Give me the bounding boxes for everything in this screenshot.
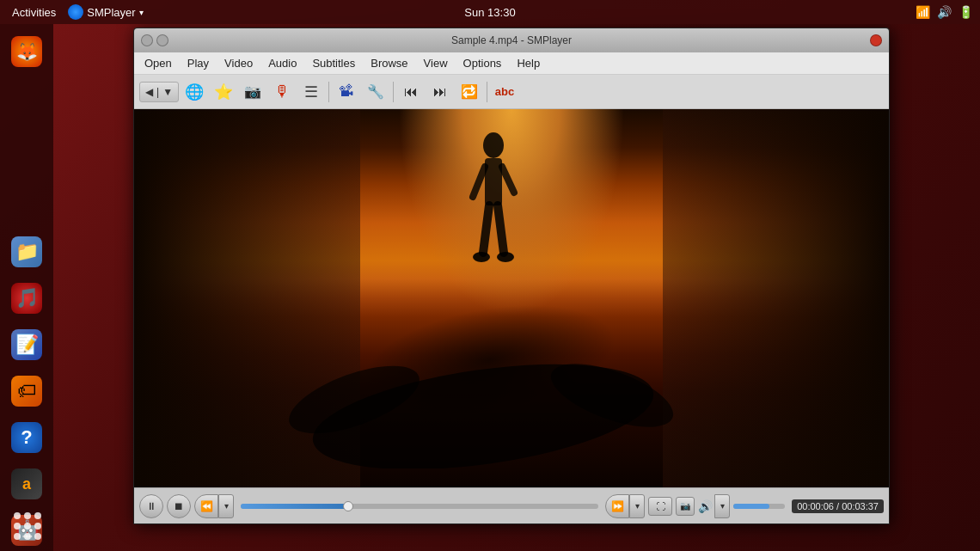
rewind-button[interactable]: ⏪ xyxy=(194,494,218,518)
forward-dropdown[interactable]: ▾ xyxy=(629,494,645,518)
fullscreen-button[interactable]: ⛶ xyxy=(648,497,672,516)
dock-item-help[interactable]: ? xyxy=(6,417,47,458)
current-time: 00:00:06 xyxy=(797,501,834,511)
toolbar: ◀ | ▼ 🌐 ⭐ 📷 🎙 ☰ 📽 � xyxy=(134,75,889,109)
seek-bar[interactable] xyxy=(241,504,598,509)
activities-button[interactable]: Activities xyxy=(7,6,61,19)
menu-play[interactable]: Play xyxy=(181,55,216,71)
writer-icon: 📝 xyxy=(11,329,42,360)
pause-icon: ⏸ xyxy=(146,500,156,512)
stop-icon: ⏹ xyxy=(174,500,184,512)
desktop: Activities SMPlayer ▾ Sun 13:30 📶 🔊 🔋 🦊 … xyxy=(0,0,980,551)
video-file-button[interactable]: 📽 xyxy=(333,78,360,106)
prev-chapter-button[interactable]: ⏮ xyxy=(397,78,425,106)
amazon-icon: a xyxy=(11,468,42,499)
svg-line-3 xyxy=(502,167,514,193)
toolbar-separator-1 xyxy=(328,82,329,102)
globe-icon: 🌐 xyxy=(185,83,204,101)
smplayer-menu-arrow[interactable]: ▾ xyxy=(139,8,144,17)
time-display: 00:00:06 / 00:03:37 xyxy=(792,499,884,513)
menu-options[interactable]: Options xyxy=(456,55,509,71)
toolbar-separator-3 xyxy=(487,82,487,102)
tools-button[interactable]: 🔧 xyxy=(362,78,389,106)
menu-browse[interactable]: Browse xyxy=(364,55,414,71)
dock-item-appcenter[interactable]: 🏷 xyxy=(6,370,47,412)
smplayer-taskbar-item[interactable]: SMPlayer ▾ xyxy=(68,4,143,20)
tools-icon: 🔧 xyxy=(367,83,384,100)
mic-icon: 🎙 xyxy=(274,83,290,101)
wifi-icon[interactable]: 📶 xyxy=(916,5,930,19)
menu-help[interactable]: Help xyxy=(510,55,547,71)
seek-handle[interactable] xyxy=(343,501,353,511)
loop-button[interactable]: 🔁 xyxy=(456,78,483,106)
subtitle-icon: abc xyxy=(495,85,514,98)
person-silhouette xyxy=(459,128,528,300)
close-button[interactable] xyxy=(870,34,882,46)
globe-button[interactable]: 🌐 xyxy=(181,78,208,106)
menu-bar: Open Play Video Audio Subtitles Browse V… xyxy=(134,52,889,75)
menu-video[interactable]: Video xyxy=(217,55,260,71)
menu-open[interactable]: Open xyxy=(138,55,179,71)
top-panel: Activities SMPlayer ▾ Sun 13:30 📶 🔊 🔋 xyxy=(0,0,980,24)
nav-forward-button[interactable]: ▼ xyxy=(161,86,175,98)
dock-item-files[interactable]: 📁 xyxy=(6,231,47,272)
rewind-dropdown[interactable]: ▾ xyxy=(218,494,234,518)
volume-group: 🔊 ▾ xyxy=(698,494,730,518)
next-chapter-icon: ⏭ xyxy=(433,84,447,100)
volume-icon[interactable]: 🔊 xyxy=(698,499,713,513)
microphone-button[interactable]: 🎙 xyxy=(268,78,296,106)
rewind-group: ⏪ ▾ xyxy=(194,494,234,518)
rhythmbox-icon: 🎵 xyxy=(11,283,42,314)
dock-item-writer[interactable]: 📝 xyxy=(6,324,47,365)
svg-line-5 xyxy=(498,205,504,253)
volume-dropdown[interactable]: ▾ xyxy=(714,494,730,518)
floor-shadow-figure xyxy=(285,314,681,468)
video-frame xyxy=(134,109,889,487)
minimize-button[interactable] xyxy=(141,34,153,46)
forward-icon: ⏩ xyxy=(611,500,624,512)
svg-point-7 xyxy=(497,252,514,262)
screenshot-ctrl-button[interactable]: 📷 xyxy=(676,497,695,516)
smplayer-taskbar-label: SMPlayer xyxy=(87,6,135,19)
maximize-button[interactable] xyxy=(156,34,168,46)
smplayer-taskbar-icon xyxy=(68,4,83,20)
pause-button[interactable]: ⏸ xyxy=(139,494,163,518)
nav-back-button[interactable]: ◀ xyxy=(144,86,155,98)
menu-view[interactable]: View xyxy=(417,55,455,71)
wall-right xyxy=(663,109,889,487)
volume-panel-icon[interactable]: 🔊 xyxy=(937,5,952,19)
volume-bar[interactable] xyxy=(733,504,785,509)
control-bar: ⏸ ⏹ ⏪ ▾ ⏩ ▾ xyxy=(134,487,889,523)
camera-icon: 📷 xyxy=(244,83,261,100)
help-icon: ? xyxy=(11,422,42,453)
favorites-button[interactable]: ⭐ xyxy=(210,78,237,106)
smplayer-window: Sample 4.mp4 - SMPlayer Open Play Video … xyxy=(133,28,890,524)
svg-point-0 xyxy=(483,132,504,158)
forward-button[interactable]: ⏩ xyxy=(605,494,629,518)
playlist-button[interactable]: ☰ xyxy=(297,78,325,106)
svg-line-4 xyxy=(483,205,489,253)
show-apps-button[interactable] xyxy=(6,503,47,544)
prev-chapter-icon: ⏮ xyxy=(404,84,418,100)
screenshot-ctrl-icon: 📷 xyxy=(680,501,690,511)
dock-item-rhythmbox[interactable]: 🎵 xyxy=(6,278,47,319)
forward-group: ⏩ ▾ xyxy=(605,494,645,518)
battery-icon[interactable]: 🔋 xyxy=(959,5,973,19)
appcenter-icon: 🏷 xyxy=(11,376,42,407)
video-icon: 📽 xyxy=(339,83,354,101)
firefox-icon: 🦊 xyxy=(11,36,42,67)
toolbar-separator-2 xyxy=(393,82,394,102)
menu-subtitles[interactable]: Subtitles xyxy=(305,55,362,71)
nav-arrows-group: ◀ | ▼ xyxy=(139,82,179,102)
stop-button[interactable]: ⏹ xyxy=(167,494,191,518)
screenshot-button[interactable]: 📷 xyxy=(239,78,266,106)
next-chapter-button[interactable]: ⏭ xyxy=(426,78,454,106)
subtitle-button[interactable]: abc xyxy=(491,78,518,106)
svg-line-2 xyxy=(473,167,485,197)
dock-item-firefox[interactable]: 🦊 xyxy=(6,31,47,72)
menu-audio[interactable]: Audio xyxy=(261,55,303,71)
dock-item-amazon[interactable]: a xyxy=(6,463,47,505)
system-tray: 📶 🔊 🔋 xyxy=(916,5,973,19)
video-area[interactable] xyxy=(134,109,889,487)
total-time: 00:03:37 xyxy=(842,501,879,511)
